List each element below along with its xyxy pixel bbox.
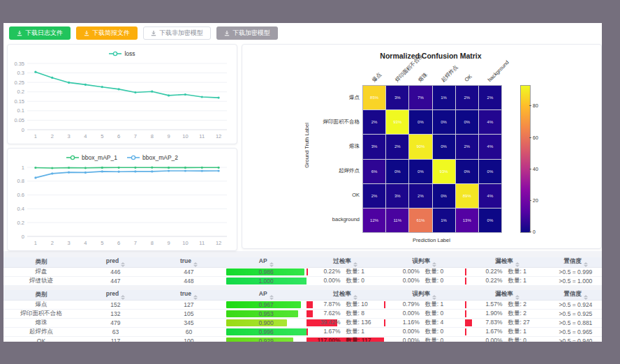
download-button-3[interactable]: 下载加密模型 [216, 26, 278, 40]
section-divider [3, 251, 602, 257]
sort-caret-icon[interactable] [121, 295, 125, 300]
matrix-cell: 2% [386, 135, 408, 158]
sort-caret-icon[interactable] [270, 295, 274, 300]
class-cell: 焊印面积不合格 [3, 310, 79, 319]
matrix-cell: 0% [409, 160, 431, 183]
true-cell: 448 [152, 277, 226, 286]
svg-text:10: 10 [182, 133, 188, 139]
ap-cell: 0.900 [226, 319, 307, 328]
column-header-置信度[interactable]: 置信度 [549, 290, 602, 301]
legend-item-loss[interactable]: loss [109, 50, 135, 57]
table-row: OK1171000.929117.00%数量: 1170.00%数量: 00.0… [3, 337, 602, 342]
download-icon [84, 31, 89, 36]
sort-caret-icon[interactable] [584, 295, 588, 300]
button-label: 下载非加密模型 [159, 29, 203, 38]
confidence-cell: >0.5 = 0.924 [549, 301, 602, 310]
column-header-true[interactable]: true [152, 290, 226, 301]
sort-caret-icon[interactable] [515, 262, 519, 267]
matrix-row-label: 爆点 [297, 94, 360, 101]
sort-caret-icon[interactable] [270, 262, 274, 267]
column-header-漏检率[interactable]: 漏检率 [465, 257, 549, 268]
ap-cell: 0.953 [226, 310, 307, 319]
dashboard-app: 下载日志文件下载简报文件下载非加密模型下载加密模型 loss 00.050.10… [3, 23, 602, 342]
header-label: pred [106, 290, 119, 297]
column-header-误判率[interactable]: 误判率 [384, 257, 466, 268]
column-header-置信度[interactable]: 置信度 [549, 257, 602, 268]
metrics-table-0: 类别predtrueAP过检率误判率漏检率置信度焊盘4464470.9860.2… [3, 257, 602, 286]
loss-line-chart: 00.050.10.150.20.250.30.3512345678910111… [8, 59, 235, 141]
sort-caret-icon[interactable] [432, 262, 436, 267]
colorbar-tick-label: 80 [533, 103, 538, 108]
miss-cell: 0.00%数量: 0 [465, 337, 549, 342]
sort-caret-icon[interactable] [193, 295, 198, 300]
column-header-漏检率[interactable]: 漏检率 [465, 290, 549, 301]
svg-text:0.2: 0.2 [17, 89, 24, 95]
matrix-cell: 4% [479, 135, 501, 158]
sort-caret-icon[interactable] [584, 262, 588, 267]
column-header-过检率[interactable]: 过检率 [307, 257, 383, 268]
ap-bar [226, 319, 287, 326]
misjudge-cell: 0.79%数量: 1 [384, 301, 466, 310]
class-cell: 爆点 [3, 301, 79, 310]
column-header-pred[interactable]: pred [79, 290, 152, 301]
ap-cell: 0.929 [226, 337, 307, 342]
pred-cell: 63 [79, 328, 152, 337]
ap-value: 0.986 [259, 268, 274, 275]
download-button-0[interactable]: 下载日志文件 [9, 26, 71, 40]
ap-cell: 0.967 [226, 301, 307, 310]
matrix-cell: 1% [433, 86, 455, 109]
true-cell: 447 [152, 268, 226, 277]
sort-caret-icon[interactable] [193, 262, 198, 267]
button-label: 下载简报文件 [92, 29, 130, 38]
matrix-cell: 7% [409, 86, 431, 109]
download-button-1[interactable]: 下载简报文件 [76, 26, 138, 40]
legend-label: bbox_mAP_1 [82, 154, 117, 161]
matrix-cell: 2% [456, 135, 478, 158]
header-label: true [180, 290, 191, 297]
miss-cell: 7.83%数量: 27 [465, 319, 549, 328]
ap-cell: 1.000 [226, 277, 307, 286]
rate-values: 0.79%数量: 1 [384, 301, 466, 309]
sort-caret-icon[interactable] [432, 295, 436, 300]
svg-text:0.4: 0.4 [17, 206, 24, 212]
matrix-col-label: 熔珠 [416, 71, 429, 84]
matrix-row-label: OK [297, 192, 360, 198]
header-label: 类别 [35, 291, 47, 298]
column-header-AP[interactable]: AP [226, 290, 307, 301]
legend-item-bbox_mAP_1[interactable]: bbox_mAP_1 [66, 154, 117, 161]
matrix-cell: 3% [386, 184, 408, 208]
summary-table-section: 类别predtrueAP过检率误判率漏检率置信度焊盘4464470.9860.2… [3, 257, 602, 286]
svg-text:0.35: 0.35 [14, 61, 24, 67]
column-header-pred[interactable]: pred [79, 257, 152, 268]
svg-text:11: 11 [199, 240, 205, 246]
pred-cell: 132 [79, 310, 152, 319]
map-chart-legend: bbox_mAP_1bbox_mAP_2 [8, 149, 237, 162]
svg-text:3: 3 [67, 240, 70, 246]
matrix-cell: 0% [456, 110, 478, 134]
column-header-过检率[interactable]: 过检率 [307, 290, 383, 301]
sort-caret-icon[interactable] [353, 262, 357, 267]
matrix-cell: 4% [479, 110, 501, 134]
sort-caret-icon[interactable] [515, 295, 519, 300]
metrics-table-1: 类别predtrueAP过检率误判率漏检率置信度爆点1521270.9677.8… [3, 290, 602, 342]
legend-label: loss [124, 50, 135, 57]
matrix-cell: 89% [456, 184, 478, 208]
legend-item-bbox_mAP_2[interactable]: bbox_mAP_2 [127, 154, 178, 161]
column-header-误判率[interactable]: 误判率 [384, 290, 466, 301]
matrix-cell: 93% [386, 110, 408, 134]
ap-value: 0.996 [259, 328, 274, 335]
download-icon [224, 31, 230, 36]
matrix-col-label: background [486, 59, 510, 83]
column-header-true[interactable]: true [152, 257, 226, 268]
download-button-2[interactable]: 下载非加密模型 [143, 26, 211, 40]
class-cell: 熔珠 [3, 319, 79, 328]
svg-text:5: 5 [101, 240, 103, 246]
matrix-cell: 0% [479, 160, 501, 183]
svg-text:8: 8 [151, 240, 154, 246]
svg-text:8: 8 [151, 133, 154, 139]
sort-caret-icon[interactable] [353, 295, 357, 300]
header-label: true [180, 257, 191, 264]
confidence-cell: >0.5 = 1.000 [549, 277, 602, 286]
column-header-AP[interactable]: AP [226, 257, 307, 268]
sort-caret-icon[interactable] [121, 262, 125, 267]
